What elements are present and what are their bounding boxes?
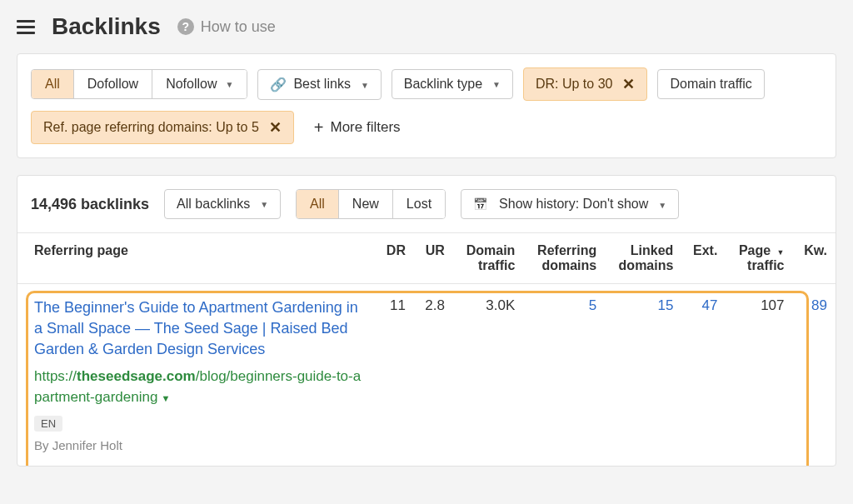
referring-page-url[interactable]: https://theseedsage.com/blog/beginners-g…	[34, 366, 367, 408]
status-all-button[interactable]: All	[297, 190, 339, 218]
all-backlinks-select[interactable]: All backlinks	[164, 189, 281, 219]
results-toolbar: 14,496 backlinks All backlinks All New L…	[17, 176, 836, 232]
cell-referring-domains[interactable]: 5	[523, 284, 605, 466]
dr-filter-pill[interactable]: DR: Up to 30 ✕	[523, 67, 647, 101]
results-panel: 14,496 backlinks All backlinks All New L…	[17, 175, 836, 467]
plus-icon: +	[314, 118, 324, 137]
status-new-button[interactable]: New	[339, 190, 393, 218]
chevron-down-icon	[655, 197, 666, 212]
how-to-use-label: How to use	[201, 18, 276, 36]
col-page-traffic[interactable]: Page traffic	[726, 233, 792, 284]
referring-page-title[interactable]: The Beginner's Guide to Apartment Garden…	[34, 297, 367, 361]
link-icon: 🔗	[270, 77, 287, 92]
chevron-down-icon[interactable]: ▼	[161, 393, 170, 403]
help-icon: ?	[177, 18, 194, 35]
backlinks-table: Referring page DR UR Domaintraffic Refer…	[17, 232, 836, 466]
follow-all-button[interactable]: All	[32, 70, 74, 98]
status-lost-button[interactable]: Lost	[393, 190, 445, 218]
cell-kw[interactable]: 89	[793, 284, 836, 466]
close-icon[interactable]: ✕	[622, 75, 635, 93]
more-filters-button[interactable]: + More filters	[304, 112, 411, 144]
cell-ur: 2.8	[414, 284, 453, 466]
cell-domain-traffic: 3.0K	[453, 284, 524, 466]
cell-linked-domains[interactable]: 15	[605, 284, 681, 466]
filters-panel: All Dofollow Nofollow 🔗 Best links Backl…	[17, 53, 836, 158]
show-history-label: Show history: Don't show	[499, 197, 648, 212]
cell-page-traffic: 107	[726, 284, 792, 466]
col-ur[interactable]: UR	[414, 233, 453, 284]
language-badge: EN	[34, 416, 62, 432]
show-history-select[interactable]: Show history: Don't show	[461, 189, 679, 219]
menu-icon[interactable]	[17, 20, 35, 34]
author-text: By Jennifer Holt	[34, 438, 367, 452]
cell-dr: 11	[376, 284, 414, 466]
page-title: Backlinks	[52, 13, 161, 40]
col-ext[interactable]: Ext.	[681, 233, 726, 284]
chevron-down-icon	[357, 77, 369, 92]
best-links-filter[interactable]: 🔗 Best links	[257, 69, 381, 100]
col-referring-domains[interactable]: Referringdomains	[523, 233, 605, 284]
more-filters-label: More filters	[331, 119, 401, 136]
col-kw[interactable]: Kw.	[793, 233, 836, 284]
table-row: The Beginner's Guide to Apartment Garden…	[17, 284, 836, 466]
backlinks-count: 14,496 backlinks	[31, 196, 149, 213]
close-icon[interactable]: ✕	[269, 118, 282, 137]
follow-dofollow-button[interactable]: Dofollow	[74, 70, 152, 98]
cell-ext[interactable]: 47	[681, 284, 726, 466]
status-segment: All New Lost	[296, 189, 446, 219]
calendar-icon	[473, 197, 492, 212]
backlink-type-filter[interactable]: Backlink type	[392, 69, 513, 99]
how-to-use-link[interactable]: ? How to use	[177, 18, 276, 36]
col-domain-traffic[interactable]: Domaintraffic	[453, 233, 524, 284]
url-domain: theseedsage.com	[77, 368, 196, 384]
domain-traffic-filter[interactable]: Domain traffic	[657, 69, 764, 99]
col-linked-domains[interactable]: Linkeddomains	[605, 233, 681, 284]
col-dr[interactable]: DR	[376, 233, 414, 284]
ref-domains-pill-label: Ref. page referring domains: Up to 5	[43, 120, 259, 135]
follow-type-segment: All Dofollow Nofollow	[31, 69, 247, 99]
best-links-label: Best links	[293, 77, 350, 92]
ref-domains-filter-pill[interactable]: Ref. page referring domains: Up to 5 ✕	[31, 111, 294, 144]
col-referring-page[interactable]: Referring page	[17, 233, 376, 284]
follow-nofollow-button[interactable]: Nofollow	[152, 70, 247, 98]
dr-pill-label: DR: Up to 30	[536, 77, 612, 92]
url-prefix: https://	[34, 368, 77, 384]
